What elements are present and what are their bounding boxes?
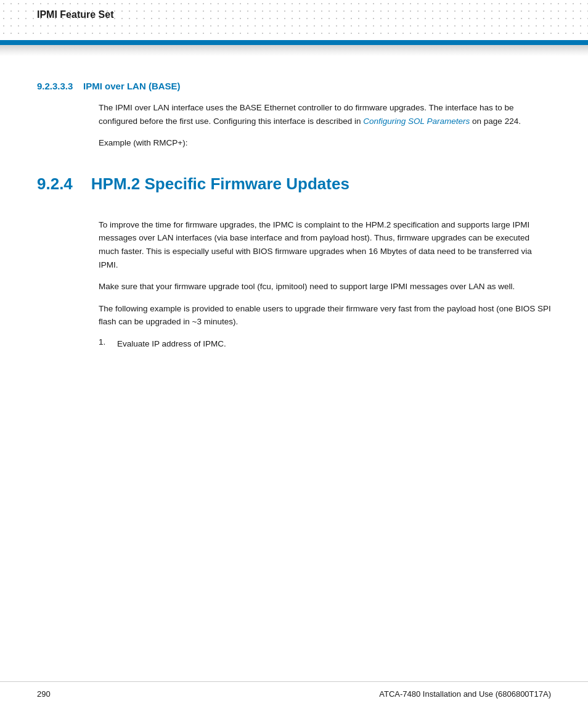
section-924-paragraph3: The following example is provided to ena…: [99, 302, 551, 329]
section-924-title: HPM.2 Specific Firmware Updates: [91, 174, 349, 194]
section-924-header: 9.2.4 HPM.2 Specific Firmware Updates: [37, 174, 551, 206]
section-9-2-3-3-3-body: The IPMI over LAN interface uses the BAS…: [99, 101, 551, 150]
section-9-2-4: 9.2.4 HPM.2 Specific Firmware Updates To…: [37, 174, 551, 359]
configuring-sol-link[interactable]: Configuring SOL Parameters: [363, 117, 470, 126]
dot-pattern-background: IPMI Feature Set: [0, 0, 588, 40]
section-323-paragraph1: The IPMI over LAN interface uses the BAS…: [99, 101, 551, 128]
section-924-number: 9.2.4: [37, 174, 73, 194]
section-924-paragraph1: To improve the time for firmware upgrade…: [99, 218, 551, 271]
document-section-title: IPMI Feature Set: [37, 9, 113, 20]
list-item-1-number: 1.: [99, 337, 117, 347]
list-item-1: 1. Evaluate IP address of IPMC.: [99, 337, 551, 359]
page-footer: 290 ATCA-7480 Installation and Use (6806…: [0, 681, 588, 706]
section-924-body: To improve the time for firmware upgrade…: [99, 218, 551, 359]
header-title-bar: IPMI Feature Set: [37, 9, 113, 20]
section-9-2-3-3-3-title: 9.2.3.3.3 IPMI over LAN (BASE): [37, 81, 551, 91]
document-title: ATCA-7480 Installation and Use (6806800T…: [379, 689, 551, 699]
list-item-1-text: Evaluate IP address of IPMC.: [117, 337, 226, 351]
header-area: IPMI Feature Set: [0, 0, 588, 56]
section-9-2-3-3-3: 9.2.3.3.3 IPMI over LAN (BASE) The IPMI …: [37, 81, 551, 150]
page-number: 290: [37, 689, 51, 699]
section-323-paragraph2: Example (with RMCP+):: [99, 136, 551, 150]
blue-divider-bar: [0, 40, 588, 45]
section-924-paragraph2: Make sure that your firmware upgrade too…: [99, 280, 551, 293]
grey-gradient-bar: [0, 45, 588, 56]
main-content: 9.2.3.3.3 IPMI over LAN (BASE) The IPMI …: [0, 56, 588, 396]
